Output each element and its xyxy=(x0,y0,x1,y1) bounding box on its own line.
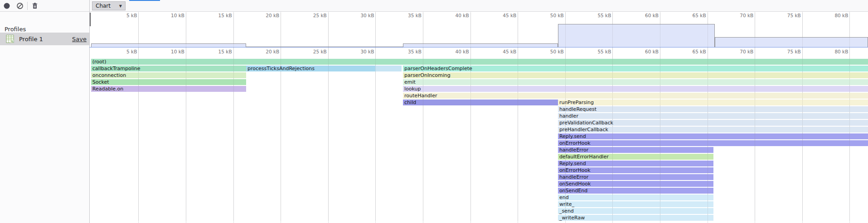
flame-bar-label: child xyxy=(403,100,558,105)
overview-area-segment xyxy=(91,43,246,47)
ruler-tick-label: 75 kB xyxy=(781,49,801,54)
flame-bar-routeHandler[interactable]: routeHandler xyxy=(403,93,868,99)
flame-bar-end[interactable]: end xyxy=(558,195,713,200)
flame-bar-processTicksAndRejections[interactable]: processTicksAndRejections xyxy=(246,66,375,71)
gridline xyxy=(375,13,376,221)
flame-bar-emit[interactable]: emit xyxy=(403,79,868,85)
clear-button[interactable] xyxy=(15,1,25,10)
flame-bar-label: handleRequest xyxy=(558,106,868,112)
gridline xyxy=(518,13,518,221)
flame-bar-label: Reply.send xyxy=(558,133,868,139)
ruler-tick-label: 15 kB xyxy=(212,49,232,54)
profile-name: Profile 1 xyxy=(19,36,72,43)
sidebar: Profiles SAMPLING PROFILES % Profile 1 S… xyxy=(0,12,89,223)
flame-bar-label: onSendEnd xyxy=(558,188,713,194)
ruler-tick-label: 50 kB xyxy=(544,49,564,54)
ruler-tick-label: 70 kB xyxy=(733,13,753,18)
flame-bar-label: handler xyxy=(558,113,868,119)
overview-area-segment xyxy=(715,37,868,47)
ruler-tick-label: 80 kB xyxy=(828,13,848,18)
flame-bar-onSendEnd[interactable]: onSendEnd xyxy=(558,188,713,194)
ruler-tick-label: 45 kB xyxy=(496,13,516,18)
gridline xyxy=(565,13,566,221)
flame-bar-label: end xyxy=(558,195,713,200)
flame-bar-label: handleError xyxy=(558,147,713,153)
flame-bar-label: onconnection xyxy=(91,72,246,78)
flame-bar-Socket[interactable]: Socket xyxy=(91,79,246,85)
flame-bar-Reply.send[interactable]: Reply.send xyxy=(558,161,713,166)
flame-bar-callbackTrampoline[interactable]: callbackTrampoline xyxy=(91,66,246,71)
flame-bar-label: runPreParsing xyxy=(558,100,868,105)
block-icon xyxy=(16,2,24,9)
flame-bar-label: parserOnIncoming xyxy=(403,72,868,78)
overview-area-segment xyxy=(403,43,558,47)
flame-bar-handleError[interactable]: handleError xyxy=(558,147,713,153)
flame-bar-label: routeHandler xyxy=(403,93,868,99)
gridline xyxy=(849,13,850,221)
flame-bar-handler[interactable]: handler xyxy=(558,113,868,119)
flame-bar-parserOnIncoming[interactable]: parserOnIncoming xyxy=(403,72,868,78)
sampling-profile-icon: % xyxy=(5,34,15,43)
flame-bar-onSendHook[interactable]: onSendHook xyxy=(558,181,713,187)
flame-bar-label: processTicksAndRejections xyxy=(246,66,375,71)
ruler-tick-label: 75 kB xyxy=(781,13,801,18)
overview-area-segment xyxy=(558,24,715,47)
flame-bar-write_[interactable]: write_ xyxy=(558,201,713,207)
ruler-tick-label: 35 kB xyxy=(402,13,422,18)
flame-bar-label: onErrorHook xyxy=(558,140,868,146)
ruler-tick-label: 20 kB xyxy=(259,13,279,18)
record-icon xyxy=(3,2,10,9)
flame-bar-label: write_ xyxy=(558,201,713,207)
flame-bar-runPreParsing[interactable]: runPreParsing xyxy=(558,100,868,105)
flame-bar-onconnection[interactable]: onconnection xyxy=(91,72,246,78)
flame-bar-onErrorHook[interactable]: onErrorHook xyxy=(558,140,868,146)
ruler-tick-label: 60 kB xyxy=(639,13,659,18)
flame-bar-lookup[interactable]: lookup xyxy=(403,86,868,92)
ruler-tick-label: 55 kB xyxy=(591,49,611,54)
delete-button[interactable] xyxy=(30,1,40,10)
save-profile-link[interactable]: Save xyxy=(72,36,87,43)
flame-bar-Readable.on[interactable]: Readable.on xyxy=(91,86,246,92)
flame-bar-parserOnHeadersComplete[interactable]: parserOnHeadersComplete xyxy=(403,66,868,71)
flame-bar-handleError[interactable]: handleError xyxy=(558,174,713,180)
gridline xyxy=(423,13,423,221)
flame-bar-(root)[interactable]: (root) xyxy=(91,59,868,65)
flame-bar-child[interactable]: child xyxy=(403,100,558,105)
flame-bar-label: _send xyxy=(558,208,713,214)
flame-chart-pane: 5 kB10 kB15 kB20 kB25 kB30 kB35 kB40 kB4… xyxy=(89,0,868,223)
flame-bar-Reply.send[interactable]: Reply.send xyxy=(558,133,868,139)
ruler-tick-label: 30 kB xyxy=(354,49,374,54)
flame-bar-label: Reply.send xyxy=(558,161,713,166)
ruler-tick-label: 45 kB xyxy=(496,49,516,54)
gridline xyxy=(660,13,660,221)
gridline xyxy=(470,13,471,221)
flame-bar-label: lookup xyxy=(403,86,868,92)
flame-bar-defaultErrorHandler[interactable]: defaultErrorHandler xyxy=(558,154,713,160)
flame-bar-onErrorHook[interactable]: onErrorHook xyxy=(558,167,713,173)
ruler-tick-label: 5 kB xyxy=(117,13,137,18)
trash-icon xyxy=(31,2,39,9)
profile-list-item[interactable]: % Profile 1 Save xyxy=(0,33,89,45)
flame-bar-label: _writeRaw xyxy=(558,215,713,221)
flame-bar-handleRequest[interactable]: handleRequest xyxy=(558,106,868,112)
flame-bar-_writeRaw[interactable]: _writeRaw xyxy=(558,215,713,221)
toolbar-separator xyxy=(27,2,28,10)
ruler-tick-label: 55 kB xyxy=(591,13,611,18)
flame-bar-label: onSendHook xyxy=(558,181,713,187)
flame-bar-_send[interactable]: _send xyxy=(558,208,713,214)
flame-bar-label: (root) xyxy=(91,59,868,65)
flame-bar-label: preHandlerCallback xyxy=(558,127,868,133)
vertical-scrollbar-thumb[interactable] xyxy=(90,13,91,26)
flame-bar[interactable] xyxy=(375,66,402,71)
ruler-tick-label: 10 kB xyxy=(165,13,184,18)
flame-bar-preValidationCallback[interactable]: preValidationCallback xyxy=(558,120,868,126)
flame-bar-preHandlerCallback[interactable]: preHandlerCallback xyxy=(558,127,868,133)
record-button[interactable] xyxy=(2,1,12,10)
ruler-tick-label: 20 kB xyxy=(259,49,279,54)
ruler-tick-label: 65 kB xyxy=(686,13,706,18)
flame-bar-label: Readable.on xyxy=(91,86,246,92)
svg-text:%: % xyxy=(10,40,13,43)
ruler-tick-label: 50 kB xyxy=(544,13,564,18)
ruler-tick-label: 80 kB xyxy=(828,49,848,54)
ruler-tick-label: 15 kB xyxy=(212,13,232,18)
